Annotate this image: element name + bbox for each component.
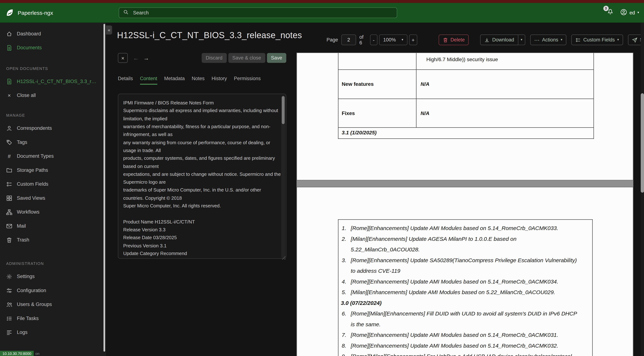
pdf-page-1: High/6.7 Middle)) security issue New fea…: [297, 52, 634, 180]
list-item-text: [Milan][Enhancements] Update AGESA Milan…: [351, 234, 582, 255]
zoom-out-button[interactable]: -: [370, 34, 378, 45]
sidebar-scrollbar[interactable]: [104, 24, 105, 352]
person-circle-icon: [620, 8, 627, 17]
sidebar-item-label: Workflows: [17, 209, 40, 215]
download-label: Download: [492, 37, 514, 43]
sidebar-item-custom-fields[interactable]: Custom Fields: [0, 177, 106, 191]
sidebar-item-dashboard[interactable]: Dashboard: [0, 27, 106, 41]
sidebar-item-documents[interactable]: Documents: [0, 41, 106, 55]
list-item: 6.[Rome][Milan][Enhancements] Fill DUID …: [338, 308, 592, 330]
delete-label: Delete: [450, 37, 465, 43]
sidebar-close-all[interactable]: × Close all: [0, 88, 106, 102]
house-icon: [6, 31, 12, 37]
username: ed: [630, 10, 635, 16]
content-textarea[interactable]: IPMI Firmware / BIOS Release Notes Form …: [118, 94, 286, 259]
list-item: 7.[Rome][Enhancements] Update AMI Module…: [338, 330, 592, 341]
textarea-scrollbar[interactable]: [281, 95, 285, 259]
window-scrollbar[interactable]: [641, 23, 644, 356]
sidebar-item-saved-views[interactable]: Saved Views: [0, 191, 106, 205]
page-label: Page: [326, 37, 338, 43]
download-split-button: Download ▾: [480, 34, 525, 45]
sidebar-open-document[interactable]: H12SSL-i_C_CT_NT_BIOS_3.3_rel...: [0, 74, 106, 88]
list-item-number: 3.: [342, 255, 351, 276]
tab-permissions[interactable]: Permissions: [234, 76, 261, 85]
sidebar-item-logs[interactable]: Logs: [0, 325, 106, 340]
actions-button[interactable]: ⋯ Actions ▾: [530, 34, 566, 45]
delete-button[interactable]: Delete: [438, 34, 469, 45]
sidebar-item-label: File Tasks: [17, 316, 39, 321]
sidebar-item-correspondents[interactable]: Correspondents: [0, 121, 106, 135]
header-right-cluster: 3 ed ▾: [607, 3, 639, 23]
document-toolbar: Page of 6 - 100% ▾ + Delete Download ▾ ⋯…: [326, 34, 644, 46]
close-icon: ×: [121, 55, 124, 61]
open-document-label: H12SSL-i_C_CT_NT_BIOS_3.3_rel...: [17, 78, 99, 84]
custom-fields-icon: [576, 37, 581, 42]
notifications-button[interactable]: 3: [607, 8, 614, 17]
sidebar-item-storage-paths[interactable]: Storage Paths: [0, 163, 106, 177]
sidebar-item-tags[interactable]: Tags: [0, 135, 106, 149]
sidebar-item-document-types[interactable]: # Document Types: [0, 149, 106, 163]
list-item-number: 4.: [342, 276, 351, 287]
sidebar-item-workflows[interactable]: Workflows: [0, 205, 106, 219]
release-notes-table: High/6.7 Middle)) security issue New fea…: [338, 53, 594, 139]
close-document-button[interactable]: ×: [118, 53, 128, 63]
save-button-group: Discard Save & close Save: [202, 53, 286, 63]
list-item-text: [Rome][Milan][Enhancements] For UsbBus-e…: [351, 351, 582, 356]
tab-history[interactable]: History: [212, 76, 227, 85]
grid-icon: [6, 195, 12, 201]
list-item: 3.[Rome][Enhancements] Update SA50289(Ti…: [338, 255, 592, 276]
sidebar-item-mail[interactable]: Mail: [0, 219, 106, 233]
document-edit-panel: × ← → Discard Save & close Save Details …: [118, 52, 286, 260]
tab-content[interactable]: Content: [140, 76, 157, 85]
sidebar-item-label: Mail: [17, 223, 26, 229]
custom-fields-button[interactable]: Custom Fields ▾: [571, 34, 623, 45]
pdf-page-2: 1.[Rome][Enhancements] Update AMI Module…: [297, 187, 634, 356]
sidebar-item-label: Tags: [17, 139, 27, 145]
app-brand[interactable]: Paperless-ngx: [6, 3, 53, 23]
notification-badge: 3: [603, 6, 608, 11]
zoom-in-button[interactable]: +: [409, 34, 417, 45]
sidebar-item-trash[interactable]: Trash: [0, 233, 106, 247]
window-scrollbar-thumb[interactable]: [641, 93, 644, 193]
sidebar-item-settings[interactable]: Settings: [0, 270, 106, 284]
sidebar-item-file-tasks[interactable]: File Tasks: [0, 312, 106, 326]
sidebar-item-users-groups[interactable]: Users & Groups: [0, 298, 106, 312]
list-item: 2.[Milan][Enhancements] Update AGESA Mil…: [338, 234, 592, 255]
zoom-level-select[interactable]: 100% ▾: [379, 34, 408, 45]
sidebar-collapse-button[interactable]: «: [106, 26, 112, 35]
tab-details[interactable]: Details: [118, 76, 133, 85]
table-cell-label: New features: [338, 70, 416, 99]
tab-notes[interactable]: Notes: [192, 76, 205, 85]
collapse-left-icon: «: [108, 28, 110, 32]
sidebar-item-label: Settings: [17, 274, 35, 280]
page-separator: [297, 180, 634, 187]
list-item-number: 5.: [342, 287, 351, 298]
next-document-arrow[interactable]: →: [143, 54, 149, 61]
search-input[interactable]: [132, 10, 393, 16]
download-options-button[interactable]: ▾: [518, 34, 525, 45]
sidebar-section-administration: Administration: [0, 261, 106, 266]
sidebar: Dashboard Documents Open documents H12SS…: [0, 23, 106, 356]
discard-button[interactable]: Discard: [202, 53, 227, 63]
sidebar-item-configuration[interactable]: Configuration: [0, 284, 106, 298]
file-text-icon: [6, 78, 12, 84]
table-cell-value: N/A: [416, 99, 594, 127]
tab-metadata[interactable]: Metadata: [164, 76, 185, 85]
browser-status-bar: 10.10.30.70:8000 on: [0, 351, 40, 356]
table-row: High/6.7 Middle)) security issue: [338, 53, 594, 69]
user-menu[interactable]: ed ▾: [620, 8, 639, 17]
download-button[interactable]: Download: [480, 34, 518, 45]
list-item-number: 7.: [342, 330, 351, 341]
save-and-close-button[interactable]: Save & close: [228, 53, 265, 63]
list-item-text: [Rome][Enhancements] Update AMI Modules …: [351, 223, 582, 234]
table-cell-value: N/A: [416, 70, 594, 99]
textarea-scrollbar-thumb[interactable]: [282, 96, 285, 124]
save-button[interactable]: Save: [267, 53, 286, 63]
sidebar-item-label: Documents: [17, 45, 42, 50]
previous-document-arrow[interactable]: ←: [133, 54, 139, 61]
sidebar-item-label: Dashboard: [17, 31, 41, 37]
page-number-input[interactable]: [341, 34, 356, 45]
search-bar[interactable]: [119, 8, 397, 18]
list-item-text: [Rome][Milan][Enhancements] Fill DUID wi…: [351, 308, 582, 330]
list-item-number: 9.: [342, 351, 351, 356]
